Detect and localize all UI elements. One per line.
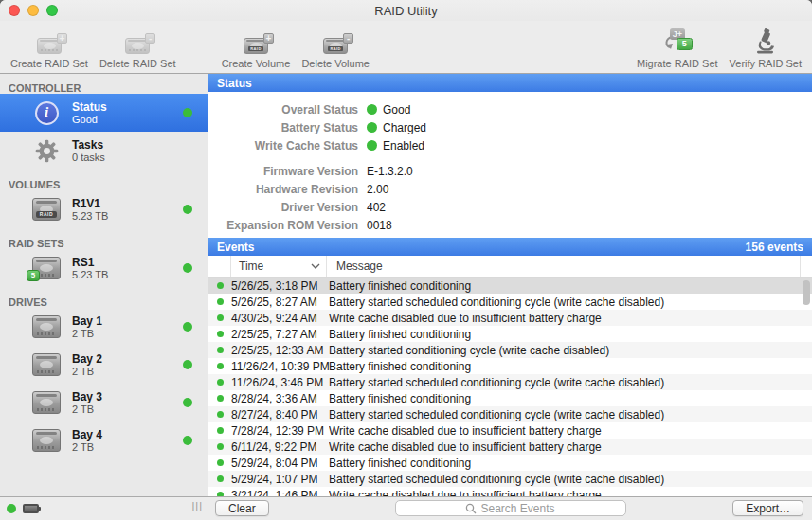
drive-icon <box>31 312 62 342</box>
sidebar-item-name: R1V1 <box>72 197 108 210</box>
event-status-dot <box>217 282 224 289</box>
status-row: Overall Status Good <box>208 100 812 118</box>
sidebar-item-detail: Good <box>72 114 107 126</box>
event-status-dot <box>217 314 224 321</box>
toolbar: + Create RAID Set - Delete RAID Set RAID… <box>0 21 812 73</box>
event-row[interactable]: 2/25/25, 12:33 AM Battery started condit… <box>208 342 812 358</box>
event-row[interactable]: 7/28/24, 12:39 PM Write cache disabled d… <box>208 422 812 439</box>
bottom-bar: ||| Clear Search Events Export… <box>0 496 812 519</box>
sidebar-section-drives: DRIVES <box>0 296 208 308</box>
status-indicator-dot <box>183 398 192 407</box>
event-row[interactable]: 8/27/24, 8:40 PM Battery started schedul… <box>208 406 812 422</box>
sidebar-item-bay3[interactable]: Bay 3 2 TB <box>0 384 208 421</box>
status-column-header[interactable] <box>208 256 231 277</box>
status-indicator-dot <box>183 205 192 214</box>
controller-status-dot <box>7 504 16 513</box>
titlebar: RAID Utility <box>0 0 812 21</box>
sidebar-item-bay2[interactable]: Bay 2 2 TB <box>0 346 208 384</box>
status-row: Write Cache Status Enabled <box>208 136 812 154</box>
create-raid-set-button[interactable]: + Create RAID Set <box>8 27 91 69</box>
status-row: Expansion ROM Version 0018 <box>208 216 812 234</box>
verify-raid-set-button[interactable]: Verify RAID Set <box>727 27 804 69</box>
event-row[interactable]: 8/28/24, 3:36 AM Battery finished condit… <box>208 390 812 406</box>
event-row[interactable]: 3/21/24, 1:46 PM Write cache disabled du… <box>208 487 812 496</box>
raid-volume-plus-icon: RAID + <box>244 27 268 56</box>
sidebar-item-name: RS1 <box>72 256 108 269</box>
sidebar-item-detail: 2 TB <box>72 441 102 454</box>
sidebar-item-name: Bay 1 <box>72 314 102 328</box>
event-row[interactable]: 6/11/24, 9:22 PM Write cache disabled du… <box>208 439 812 455</box>
event-row[interactable]: 11/26/24, 3:46 PM Battery started schedu… <box>208 374 812 390</box>
sidebar-item-name: Bay 4 <box>72 428 102 441</box>
status-indicator-dot <box>183 108 192 117</box>
export-button[interactable]: Export… <box>732 500 803 516</box>
status-indicator-dot <box>183 360 192 369</box>
zoom-button[interactable] <box>46 5 58 16</box>
event-status-dot <box>217 379 224 386</box>
splitter-handle-icon[interactable]: ||| <box>191 500 203 511</box>
create-volume-button[interactable]: RAID + Create Volume <box>219 27 294 69</box>
events-table: 5/26/25, 3:18 PM Battery finished condit… <box>208 278 812 496</box>
content-area: Status Overall Status Good Battery Statu… <box>208 74 812 496</box>
sidebar-item-bay4[interactable]: Bay 4 2 TB <box>0 421 208 459</box>
minimize-button[interactable] <box>27 5 39 16</box>
event-status-dot <box>217 492 224 496</box>
delete-volume-button[interactable]: RAID - Delete Volume <box>298 27 372 69</box>
sidebar-item-r1v1[interactable]: RAID R1V1 5.23 TB <box>0 190 208 228</box>
sidebar-item-detail: 5.23 TB <box>72 269 108 281</box>
event-status-dot <box>217 475 224 482</box>
clear-button[interactable]: Clear <box>215 500 269 516</box>
event-row[interactable]: 5/29/24, 8:04 PM Battery finished condit… <box>208 455 812 471</box>
sidebar-section-volumes: VOLUMES <box>0 179 208 190</box>
search-icon <box>465 503 477 514</box>
migrate-icon: J+ 5 <box>660 27 695 56</box>
event-status-dot <box>217 347 224 353</box>
event-row[interactable]: 11/26/24, 10:39 PM Battery finished cond… <box>208 358 812 374</box>
status-row: Driver Version 402 <box>208 198 812 216</box>
sidebar-item-detail: 0 tasks <box>72 152 105 164</box>
event-row[interactable]: 2/25/25, 7:27 AM Battery finished condit… <box>208 326 812 342</box>
events-panel-title: Events <box>217 241 254 254</box>
status-dot-icon <box>367 140 377 151</box>
toolbar-label: Delete Volume <box>301 58 370 69</box>
status-row: Battery Status Charged <box>208 118 812 136</box>
status-indicator-dot <box>183 436 192 445</box>
event-status-dot <box>217 363 224 369</box>
scrollbar-thumb[interactable] <box>803 280 810 305</box>
sidebar: CONTROLLER i Status Good <box>0 74 208 496</box>
event-row[interactable]: 5/26/25, 8:27 AM Battery started schedul… <box>208 294 812 310</box>
search-input[interactable]: Search Events <box>395 500 626 516</box>
time-column-header[interactable]: Time <box>231 256 327 277</box>
drive-icon <box>31 387 62 418</box>
close-button[interactable] <box>9 5 20 16</box>
sidebar-item-detail: 5.23 TB <box>72 210 108 223</box>
drive-minus-icon: - <box>125 27 150 56</box>
sidebar-item-status[interactable]: i Status Good <box>0 94 208 132</box>
toolbar-label: Verify RAID Set <box>730 58 802 69</box>
sidebar-item-rs1[interactable]: 5 RS1 5.23 TB <box>0 249 208 287</box>
message-column-header[interactable]: Message <box>327 256 800 277</box>
delete-raid-set-button[interactable]: - Delete RAID Set <box>97 27 179 69</box>
sidebar-item-tasks[interactable]: Tasks 0 tasks <box>0 132 208 170</box>
raid-volume-icon: RAID <box>31 194 62 224</box>
bottom-bar-right: Clear Search Events Export… <box>208 497 812 519</box>
event-status-dot <box>217 459 224 466</box>
sidebar-item-name: Tasks <box>72 138 105 152</box>
event-row[interactable]: 5/26/25, 3:18 PM Battery finished condit… <box>208 278 812 294</box>
drive-icon <box>31 425 62 456</box>
migrate-raid-set-button[interactable]: J+ 5 Migrate RAID Set <box>634 27 721 69</box>
event-row[interactable]: 4/30/25, 9:24 AM Write cache disabled du… <box>208 310 812 326</box>
status-row: Hardware Revision 2.00 <box>208 180 812 198</box>
drive-plus-icon: + <box>37 27 62 56</box>
raid-utility-window: RAID Utility + Create RAID Set - Delete … <box>0 0 812 520</box>
event-row[interactable]: 5/29/24, 1:07 PM Battery started schedul… <box>208 471 812 487</box>
event-status-dot <box>217 298 224 305</box>
toolbar-label: Create Volume <box>222 58 291 69</box>
event-status-dot <box>217 427 224 434</box>
events-count: 156 events <box>746 241 803 254</box>
sidebar-item-bay1[interactable]: Bay 1 2 TB <box>0 308 208 346</box>
traffic-lights <box>9 5 58 16</box>
gear-icon <box>31 135 62 166</box>
microscope-icon <box>755 27 775 56</box>
sidebar-item-name: Bay 3 <box>72 390 102 403</box>
